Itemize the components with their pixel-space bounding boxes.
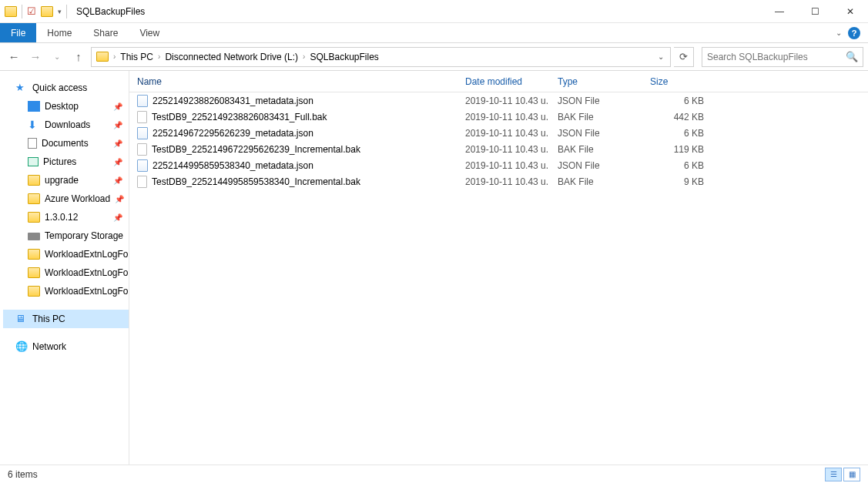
documents-icon: [28, 138, 37, 149]
forward-button[interactable]: →: [26, 48, 45, 66]
sidebar-item-label: Azure Workload: [45, 193, 110, 204]
title-bar: ☑ ▾ SQLBackupFiles ― ☐ ✕: [0, 0, 868, 23]
file-date: 2019-10-11 10.43 u.: [457, 96, 550, 106]
column-header-date[interactable]: Date modified: [457, 76, 550, 87]
up-button[interactable]: ↑: [69, 48, 88, 66]
file-size: 6 KB: [642, 128, 712, 139]
sidebar-item-pictures[interactable]: Pictures 📌: [3, 153, 129, 171]
sidebar-item-upgrade[interactable]: upgrade 📌: [3, 171, 129, 190]
sidebar-item-downloads[interactable]: ⬇ Downloads 📌: [3, 116, 129, 134]
sidebar-item-label: Desktop: [45, 101, 79, 112]
qat-dropdown-icon[interactable]: ▾: [58, 8, 62, 15]
pin-icon: 📌: [113, 139, 122, 148]
sidebar-item-label: 1.3.0.12: [45, 212, 78, 223]
json-file-icon: [137, 159, 148, 172]
file-date: 2019-10-11 10.43 u.: [457, 128, 550, 139]
navigation-pane: ★ Quick access Desktop 📌 ⬇ Downloads 📌 D…: [0, 71, 129, 465]
tab-view[interactable]: View: [129, 23, 170, 42]
maximize-button[interactable]: ☐: [797, 0, 833, 23]
sidebar-item-this-pc[interactable]: 🖥 This PC: [3, 310, 129, 328]
file-name: TestDB9_2252149672295626239_Incremental.…: [152, 144, 360, 155]
chevron-right-icon[interactable]: ›: [301, 52, 307, 61]
drive-icon: [28, 233, 40, 240]
back-button[interactable]: ←: [5, 48, 23, 66]
chevron-right-icon[interactable]: ›: [112, 52, 117, 61]
help-icon[interactable]: ?: [848, 27, 860, 39]
sidebar-item-label: Network: [32, 341, 66, 352]
sidebar-item-label: Downloads: [45, 119, 90, 130]
ribbon-collapse-icon[interactable]: ⌄: [836, 29, 842, 37]
breadcrumb-item[interactable]: This PC: [117, 52, 156, 62]
sidebar-item-documents[interactable]: Documents 📌: [3, 134, 129, 153]
file-type: BAK File: [550, 176, 642, 187]
folder-icon: [28, 175, 40, 186]
breadcrumb-item[interactable]: SQLBackupFiles: [307, 52, 381, 62]
separator: [22, 5, 22, 18]
file-name: TestDB9_2252149238826083431_Full.bak: [152, 112, 327, 122]
search-input[interactable]: [707, 52, 846, 62]
table-row[interactable]: 2252149672295626239_metadata.json2019-10…: [129, 125, 868, 141]
file-list-pane: Name Date modified Type Size 22521492388…: [129, 71, 868, 465]
sidebar-item-temporary-storage[interactable]: Temporary Storage: [3, 226, 129, 245]
table-row[interactable]: 2252149238826083431_metadata.json2019-10…: [129, 92, 868, 109]
status-bar: 6 items ☰ ▦: [0, 465, 868, 483]
column-header-size[interactable]: Size: [642, 76, 712, 87]
file-size: 442 KB: [642, 112, 712, 122]
address-bar-row: ← → ⌄ ↑ › This PC › Disconnected Network…: [0, 43, 868, 71]
bak-file-icon: [137, 176, 147, 188]
column-headers: Name Date modified Type Size: [129, 71, 868, 92]
details-view-button[interactable]: ☰: [825, 468, 842, 481]
downloads-icon: ⬇: [28, 119, 40, 130]
sidebar-item-quick-access[interactable]: ★ Quick access: [3, 79, 129, 97]
sidebar-item-version[interactable]: 1.3.0.12 📌: [3, 208, 129, 226]
address-bar[interactable]: › This PC › Disconnected Network Drive (…: [91, 47, 671, 67]
file-size: 119 KB: [642, 144, 712, 155]
address-dropdown-icon[interactable]: ⌄: [653, 52, 669, 61]
tab-share[interactable]: Share: [82, 23, 129, 42]
table-row[interactable]: TestDB9_2252149672295626239_Incremental.…: [129, 141, 868, 157]
table-row[interactable]: 2252144995859538340_metadata.json2019-10…: [129, 157, 868, 173]
chevron-right-icon[interactable]: ›: [156, 52, 162, 61]
new-folder-icon[interactable]: [41, 6, 53, 17]
sidebar-item-label: Quick access: [32, 82, 87, 93]
sidebar-item-azure-workload[interactable]: Azure Workload 📌: [3, 190, 129, 208]
pc-icon: 🖥: [15, 314, 28, 324]
tab-home[interactable]: Home: [36, 23, 82, 42]
sidebar-item-workloadextn-3[interactable]: WorkloadExtnLogFo: [3, 282, 129, 300]
close-button[interactable]: ✕: [833, 0, 868, 23]
file-type: JSON File: [550, 128, 642, 139]
pin-icon: 📌: [113, 213, 122, 222]
table-row[interactable]: TestDB9_2252144995859538340_Incremental.…: [129, 173, 868, 190]
search-icon[interactable]: 🔍: [846, 51, 858, 62]
star-icon: ★: [15, 82, 28, 93]
tab-file[interactable]: File: [0, 23, 36, 42]
recent-locations-icon[interactable]: ⌄: [48, 48, 66, 66]
pin-icon: 📌: [113, 176, 122, 185]
folder-icon: [28, 212, 40, 223]
sidebar-item-desktop[interactable]: Desktop 📌: [3, 97, 129, 116]
column-header-type[interactable]: Type: [550, 76, 642, 87]
sidebar-item-label: WorkloadExtnLogFo: [45, 249, 129, 260]
minimize-button[interactable]: ―: [762, 0, 797, 23]
file-date: 2019-10-11 10.43 u.: [457, 144, 550, 155]
folder-icon: [28, 193, 40, 204]
separator: [66, 5, 67, 18]
large-icons-view-button[interactable]: ▦: [843, 468, 860, 481]
table-row[interactable]: TestDB9_2252149238826083431_Full.bak2019…: [129, 109, 868, 125]
file-name: 2252144995859538340_metadata.json: [152, 160, 313, 171]
sidebar-item-network[interactable]: 🌐 Network: [3, 337, 129, 356]
breadcrumb-item[interactable]: Disconnected Network Drive (L:): [162, 52, 301, 62]
refresh-button[interactable]: ⟳: [674, 47, 694, 67]
sidebar-item-workloadextn-2[interactable]: WorkloadExtnLogFo: [3, 263, 129, 282]
folder-icon: [5, 6, 17, 17]
desktop-icon: [28, 101, 40, 112]
folder-icon: [96, 52, 109, 62]
properties-icon[interactable]: ☑: [27, 5, 36, 17]
file-size: 6 KB: [642, 96, 712, 106]
column-header-name[interactable]: Name: [129, 76, 457, 87]
status-text: 6 items: [8, 469, 38, 480]
pin-icon: 📌: [113, 121, 122, 129]
search-box[interactable]: 🔍: [702, 47, 863, 67]
file-type: JSON File: [550, 160, 642, 171]
sidebar-item-workloadextn-1[interactable]: WorkloadExtnLogFo: [3, 245, 129, 263]
